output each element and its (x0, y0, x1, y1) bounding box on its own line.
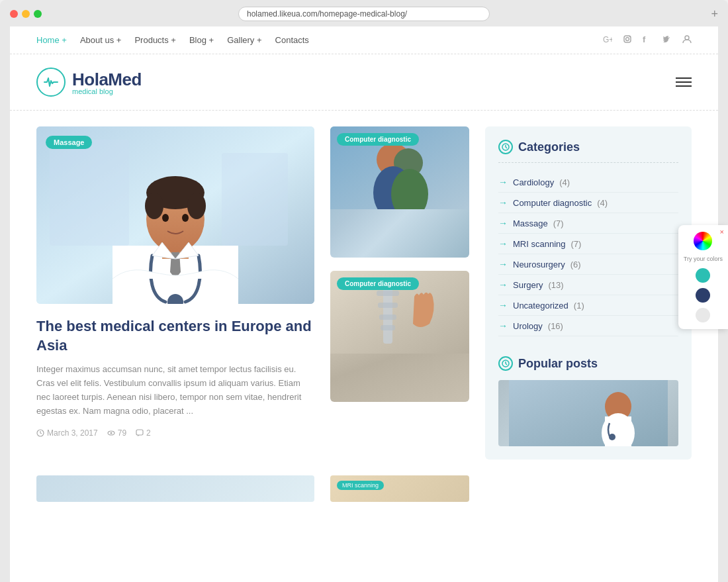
user-icon[interactable] (682, 34, 692, 46)
nav-gallery[interactable]: Gallery + (227, 35, 261, 45)
navy-swatch[interactable] (696, 288, 710, 303)
widget-label: Try your colors (684, 256, 723, 263)
category-surgery[interactable]: → Surgery (13) (498, 275, 678, 295)
svg-point-24 (110, 432, 112, 434)
logo-bar: HolaMed medical blog (10, 54, 718, 111)
arrow-icon: → (498, 238, 508, 249)
browser-body: Home + About us + Products + Blog + Gall… (10, 26, 718, 582)
category-count: (16) (548, 321, 563, 331)
logo-text: HolaMed medical blog (72, 70, 142, 95)
svg-rect-25 (136, 430, 143, 435)
category-massage[interactable]: → Massage (7) (498, 213, 678, 234)
minimize-button[interactable] (22, 10, 30, 18)
nav-blog[interactable]: Blog + (189, 35, 214, 45)
featured-image (36, 126, 314, 304)
svg-rect-51 (509, 380, 668, 446)
arrow-icon: → (498, 218, 508, 228)
light-swatch[interactable] (696, 308, 710, 322)
article-card-1: Computer diagnostic A simple way to dete… (330, 126, 469, 258)
teal-swatch[interactable] (696, 268, 710, 283)
nav-products[interactable]: Products + (134, 35, 176, 45)
arrow-icon: → (498, 300, 508, 311)
svg-point-18 (182, 214, 189, 222)
comment-icon (136, 429, 144, 437)
nav-about[interactable]: About us + (80, 35, 122, 45)
svg-point-3 (629, 36, 631, 38)
facebook-icon[interactable]: f (643, 34, 652, 46)
categories-label: Categories (518, 140, 580, 154)
category-computer-diagnostic[interactable]: → Computer diagnostic (4) (498, 193, 678, 213)
window-controls (10, 10, 42, 18)
twitter-icon[interactable] (662, 34, 672, 46)
close-widget-button[interactable]: × (720, 228, 724, 236)
svg-point-55 (609, 434, 615, 440)
logo-name: HolaMed (72, 70, 142, 90)
category-mri[interactable]: → MRI scanning (7) (498, 234, 678, 254)
category-uncategorized[interactable]: → Uncategorized (1) (498, 295, 678, 316)
clock-icon (36, 429, 44, 437)
new-tab-button[interactable]: + (711, 7, 718, 21)
browser-titlebar: + (10, 7, 718, 21)
instagram-icon[interactable] (623, 34, 632, 46)
hamburger-line (676, 77, 692, 79)
article-image-1: Computer diagnostic (330, 126, 469, 258)
meta-views: 79 (107, 428, 126, 438)
category-count: (4) (559, 177, 570, 187)
address-bar[interactable] (10, 7, 718, 21)
category-urology[interactable]: → Urology (16) (498, 316, 678, 336)
category-cardiology[interactable]: → Cardiology (4) (498, 172, 678, 193)
popular-icon (498, 356, 513, 371)
category-count: (7) (570, 239, 581, 249)
category-name: Surgery (513, 280, 543, 290)
articles-column: Computer diagnostic A simple way to dete… (330, 126, 469, 460)
categories-icon (498, 140, 513, 154)
popular-title: Popular posts (498, 350, 678, 371)
meta-date: March 3, 2017 (36, 428, 98, 438)
hamburger-line (676, 81, 692, 83)
bottom-row: MRI scanning (10, 475, 718, 515)
category-name: Computer diagnostic (513, 198, 592, 208)
categories-title: Categories (498, 140, 678, 163)
category-name: MRI scanning (513, 239, 565, 249)
svg-point-15 (145, 193, 163, 219)
arrow-icon: → (498, 259, 508, 269)
url-input[interactable] (238, 7, 490, 21)
arrow-icon: → (498, 177, 508, 187)
hamburger-line (676, 85, 692, 87)
eye-icon (107, 429, 115, 437)
arrow-icon: → (498, 279, 508, 290)
svg-text:G+: G+ (603, 35, 612, 44)
svg-point-16 (187, 193, 206, 219)
category-neurosurgery[interactable]: → Neurosurgery (6) (498, 254, 678, 275)
svg-rect-37 (377, 291, 399, 296)
svg-rect-40 (381, 325, 395, 330)
hamburger-menu[interactable] (676, 77, 692, 87)
close-button[interactable] (10, 10, 18, 18)
nav-contacts[interactable]: Contacts (275, 35, 309, 45)
category-count: (7) (553, 218, 564, 228)
nav-home[interactable]: Home + (36, 35, 67, 45)
browser-window: + Home + About us + Products + Blog + Ga… (0, 0, 728, 582)
svg-point-5 (685, 36, 689, 40)
social-links: G+ f (603, 34, 692, 46)
googleplus-icon[interactable]: G+ (603, 34, 612, 46)
site-logo[interactable]: HolaMed medical blog (36, 68, 142, 97)
popular-thumb[interactable] (498, 380, 678, 446)
featured-tag: Massage (46, 136, 92, 149)
svg-point-2 (626, 38, 629, 41)
color-picker-widget: × Try your colors (678, 225, 728, 329)
site-content: Home + About us + Products + Blog + Gall… (10, 26, 718, 582)
category-name: Massage (513, 218, 548, 228)
category-count: (4) (597, 198, 608, 208)
article1-tag: Computer diagnostic (337, 133, 419, 146)
svg-point-17 (162, 214, 169, 222)
svg-rect-39 (379, 315, 396, 320)
featured-title[interactable]: The best medical centers in Europe and A… (36, 317, 314, 355)
sidebar: Categories → Cardiology (4) → Computer d… (485, 126, 692, 460)
popular-label: Popular posts (518, 357, 598, 371)
article2-tag: Computer diagnostic (337, 277, 419, 290)
bottom-card-mid: MRI scanning (330, 475, 469, 502)
main-content: Massage The best medical centers in Euro… (10, 111, 718, 475)
maximize-button[interactable] (34, 10, 42, 18)
article-card-2: Computer diagnostic What does the perfec… (330, 271, 469, 402)
